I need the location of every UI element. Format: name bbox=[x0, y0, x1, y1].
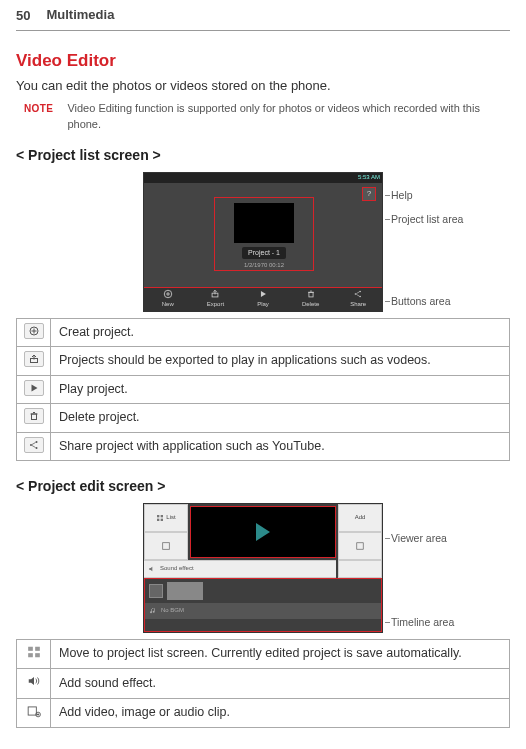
project-list-area[interactable]: Project - 1 1/2/1970 00:12 bbox=[214, 197, 314, 271]
svg-rect-15 bbox=[161, 518, 163, 520]
bgm-row[interactable]: No BGM bbox=[145, 603, 381, 619]
status-bar: 5:53 AM bbox=[144, 173, 382, 183]
trash-icon bbox=[24, 408, 44, 424]
picture-icon bbox=[149, 584, 163, 598]
share-icon bbox=[24, 437, 44, 453]
status-time: 5:53 AM bbox=[358, 173, 380, 181]
svg-rect-19 bbox=[28, 653, 33, 657]
list-button[interactable]: List bbox=[144, 504, 188, 532]
project-name: Project - 1 bbox=[242, 247, 286, 259]
viewer-area[interactable] bbox=[190, 506, 336, 558]
plus-icon bbox=[24, 323, 44, 339]
table-row: Add sound effect. bbox=[17, 669, 510, 699]
table-desc: Projects should be exported to play in a… bbox=[51, 347, 510, 376]
btn-label: Play bbox=[257, 300, 269, 308]
table-desc: Creat project. bbox=[51, 318, 510, 347]
right-btn-2[interactable] bbox=[338, 532, 382, 560]
play-button[interactable]: Play bbox=[239, 288, 287, 311]
bgm-label: No BGM bbox=[161, 606, 184, 614]
header-tab: Multimedia bbox=[38, 0, 122, 30]
table-row: Delete project. bbox=[17, 404, 510, 433]
table-desc: Share project with application such as Y… bbox=[51, 432, 510, 461]
left-btn-2[interactable] bbox=[144, 532, 188, 560]
table-row: Add video, image or audio clip. bbox=[17, 698, 510, 728]
grid-icon bbox=[156, 514, 164, 522]
project-date: 1/2/1970 00:12 bbox=[244, 261, 284, 269]
plus-icon bbox=[163, 289, 173, 299]
table-desc: Add video, image or audio clip. bbox=[51, 698, 510, 728]
table-row: Play project. bbox=[17, 375, 510, 404]
subhead-project-list: < Project list screen > bbox=[16, 146, 510, 166]
svg-point-9 bbox=[30, 444, 32, 446]
page-header: 50 Multimedia bbox=[16, 0, 510, 31]
sound-effect-button[interactable]: Sound effect bbox=[144, 560, 336, 578]
sound-effect-label: Sound effect bbox=[160, 564, 194, 572]
svg-point-3 bbox=[355, 294, 357, 296]
left-toolbar: List bbox=[144, 504, 188, 560]
callout-project-list-area: Project list area bbox=[391, 212, 463, 227]
svg-rect-17 bbox=[28, 646, 33, 650]
note-label: NOTE bbox=[24, 101, 53, 132]
callout-buttons-area: Buttons area bbox=[391, 294, 451, 309]
buttons-area: New Export Play Delete bbox=[144, 287, 382, 311]
table-desc: Delete project. bbox=[51, 404, 510, 433]
svg-point-10 bbox=[35, 441, 37, 443]
svg-rect-21 bbox=[28, 707, 36, 715]
callout-viewer-area: Viewer area bbox=[391, 531, 447, 546]
speaker-icon bbox=[148, 565, 156, 573]
btn-label: Share bbox=[350, 300, 366, 308]
timeline-area[interactable]: No BGM bbox=[144, 578, 382, 632]
intro-text: You can edit the photos or videos stored… bbox=[16, 77, 510, 95]
note-row: NOTE Video Editing function is supported… bbox=[16, 101, 510, 132]
table-row: Move to project list screen. Currently e… bbox=[17, 639, 510, 669]
svg-rect-14 bbox=[157, 518, 159, 520]
btn-label: New bbox=[162, 300, 174, 308]
grid-icon bbox=[23, 644, 45, 660]
project-list-icon-table: Creat project. Projects should be export… bbox=[16, 318, 510, 462]
table-row: Creat project. bbox=[17, 318, 510, 347]
svg-rect-16 bbox=[163, 542, 170, 549]
table-row: Share project with application such as Y… bbox=[17, 432, 510, 461]
screenshot-project-list: 5:53 AM ? Project - 1 1/2/1970 00:12 New… bbox=[143, 172, 383, 312]
svg-rect-2 bbox=[308, 293, 312, 298]
table-desc: Add sound effect. bbox=[51, 669, 510, 699]
svg-rect-18 bbox=[35, 646, 40, 650]
share-icon bbox=[353, 289, 363, 299]
btn-label: Export bbox=[207, 300, 224, 308]
export-button[interactable]: Export bbox=[192, 288, 240, 311]
share-button[interactable]: Share bbox=[334, 288, 382, 311]
style-icon bbox=[161, 541, 171, 551]
export-icon bbox=[210, 289, 220, 299]
project-edit-icon-table: Move to project list screen. Currently e… bbox=[16, 639, 510, 729]
play-icon bbox=[24, 380, 44, 396]
add-label: Add bbox=[355, 513, 366, 521]
right-toolbar: Add bbox=[338, 504, 382, 560]
section-title: Video Editor bbox=[16, 49, 510, 73]
edit-icon bbox=[355, 541, 365, 551]
svg-rect-20 bbox=[35, 653, 40, 657]
right-mid-button[interactable] bbox=[338, 560, 382, 578]
help-button[interactable]: ? bbox=[362, 187, 376, 201]
svg-rect-8 bbox=[31, 414, 36, 420]
svg-point-4 bbox=[359, 291, 361, 293]
export-icon bbox=[24, 351, 44, 367]
callout-timeline-area: Timeline area bbox=[391, 615, 454, 630]
music-icon bbox=[149, 607, 157, 615]
add-clip-icon bbox=[23, 703, 45, 719]
play-icon bbox=[256, 523, 270, 541]
new-button[interactable]: New bbox=[144, 288, 192, 311]
btn-label: Delete bbox=[302, 300, 319, 308]
svg-point-5 bbox=[359, 296, 361, 298]
note-text: Video Editing function is supported only… bbox=[67, 101, 510, 132]
table-row: Projects should be exported to play in a… bbox=[17, 347, 510, 376]
timeline-clip[interactable] bbox=[167, 582, 203, 600]
subhead-project-edit: < Project edit screen > bbox=[16, 477, 510, 497]
svg-point-11 bbox=[35, 447, 37, 449]
page-number: 50 bbox=[16, 1, 38, 29]
callout-help: Help bbox=[391, 188, 413, 203]
delete-button[interactable]: Delete bbox=[287, 288, 335, 311]
screenshot-project-edit: List Add bbox=[143, 503, 383, 633]
add-button[interactable]: Add bbox=[338, 504, 382, 532]
svg-rect-13 bbox=[161, 515, 163, 517]
project-thumbnail bbox=[234, 203, 294, 243]
